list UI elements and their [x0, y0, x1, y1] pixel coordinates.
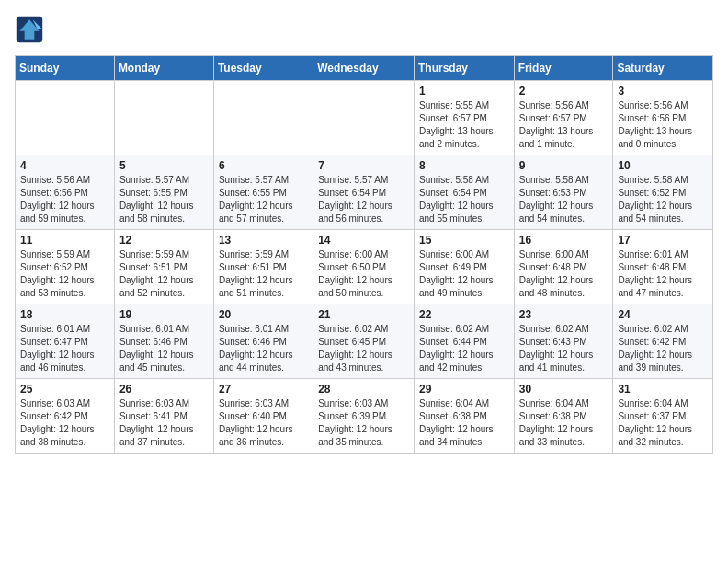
- day-number: 15: [419, 234, 509, 247]
- calendar-cell: 28Sunrise: 6:03 AM Sunset: 6:39 PM Dayli…: [313, 379, 415, 454]
- day-info: Sunrise: 5:56 AM Sunset: 6:56 PM Dayligh…: [618, 99, 708, 151]
- day-info: Sunrise: 6:00 AM Sunset: 6:48 PM Dayligh…: [519, 248, 609, 300]
- day-number: 23: [519, 308, 609, 321]
- weekday-header-sunday: Sunday: [16, 56, 115, 81]
- calendar-cell: 29Sunrise: 6:04 AM Sunset: 6:38 PM Dayli…: [414, 379, 514, 454]
- day-number: 28: [318, 383, 409, 396]
- day-info: Sunrise: 6:00 AM Sunset: 6:50 PM Dayligh…: [318, 248, 409, 300]
- calendar-cell: 19Sunrise: 6:01 AM Sunset: 6:46 PM Dayli…: [114, 304, 213, 379]
- calendar-cell: [313, 81, 415, 155]
- calendar-cell: 21Sunrise: 6:02 AM Sunset: 6:45 PM Dayli…: [313, 304, 415, 379]
- weekday-header-saturday: Saturday: [613, 56, 713, 81]
- day-number: 17: [618, 234, 708, 247]
- day-number: 20: [219, 308, 308, 321]
- calendar-cell: 9Sunrise: 5:58 AM Sunset: 6:53 PM Daylig…: [514, 155, 613, 230]
- day-number: 29: [419, 383, 509, 396]
- day-number: 7: [318, 159, 409, 172]
- calendar-cell: 31Sunrise: 6:04 AM Sunset: 6:37 PM Dayli…: [613, 379, 713, 454]
- day-info: Sunrise: 5:55 AM Sunset: 6:57 PM Dayligh…: [419, 99, 509, 151]
- calendar-cell: 10Sunrise: 5:58 AM Sunset: 6:52 PM Dayli…: [613, 155, 713, 230]
- day-info: Sunrise: 5:56 AM Sunset: 6:57 PM Dayligh…: [519, 99, 609, 151]
- calendar-cell: 27Sunrise: 6:03 AM Sunset: 6:40 PM Dayli…: [213, 379, 313, 454]
- calendar-week-row: 25Sunrise: 6:03 AM Sunset: 6:42 PM Dayli…: [16, 379, 713, 454]
- calendar-cell: [213, 81, 313, 155]
- day-number: 2: [519, 85, 609, 98]
- calendar-cell: 6Sunrise: 5:57 AM Sunset: 6:55 PM Daylig…: [213, 155, 313, 230]
- day-info: Sunrise: 5:57 AM Sunset: 6:55 PM Dayligh…: [219, 174, 308, 225]
- day-info: Sunrise: 6:01 AM Sunset: 6:46 PM Dayligh…: [119, 323, 209, 374]
- day-info: Sunrise: 6:04 AM Sunset: 6:38 PM Dayligh…: [519, 397, 609, 449]
- calendar-cell: 24Sunrise: 6:02 AM Sunset: 6:42 PM Dayli…: [613, 304, 713, 379]
- day-number: 25: [20, 383, 109, 396]
- calendar-cell: 14Sunrise: 6:00 AM Sunset: 6:50 PM Dayli…: [313, 230, 415, 304]
- day-number: 11: [20, 234, 109, 247]
- day-number: 6: [219, 159, 308, 172]
- day-number: 3: [618, 85, 708, 98]
- calendar-week-row: 18Sunrise: 6:01 AM Sunset: 6:47 PM Dayli…: [16, 304, 713, 379]
- day-number: 13: [219, 234, 308, 247]
- calendar-cell: 15Sunrise: 6:00 AM Sunset: 6:49 PM Dayli…: [414, 230, 514, 304]
- calendar-cell: 17Sunrise: 6:01 AM Sunset: 6:48 PM Dayli…: [613, 230, 713, 304]
- day-number: 21: [318, 308, 409, 321]
- day-info: Sunrise: 6:03 AM Sunset: 6:40 PM Dayligh…: [219, 397, 308, 449]
- day-number: 12: [119, 234, 209, 247]
- calendar-cell: 20Sunrise: 6:01 AM Sunset: 6:46 PM Dayli…: [213, 304, 313, 379]
- calendar-cell: 11Sunrise: 5:59 AM Sunset: 6:52 PM Dayli…: [16, 230, 115, 304]
- day-info: Sunrise: 6:00 AM Sunset: 6:49 PM Dayligh…: [419, 248, 509, 300]
- calendar-table: SundayMondayTuesdayWednesdayThursdayFrid…: [15, 55, 713, 454]
- calendar-header-row: SundayMondayTuesdayWednesdayThursdayFrid…: [16, 56, 713, 81]
- day-number: 31: [618, 383, 708, 396]
- day-number: 19: [119, 308, 209, 321]
- calendar-cell: 5Sunrise: 5:57 AM Sunset: 6:55 PM Daylig…: [114, 155, 213, 230]
- day-info: Sunrise: 6:02 AM Sunset: 6:45 PM Dayligh…: [318, 323, 409, 374]
- day-info: Sunrise: 6:02 AM Sunset: 6:44 PM Dayligh…: [419, 323, 509, 374]
- day-number: 27: [219, 383, 308, 396]
- day-info: Sunrise: 6:01 AM Sunset: 6:48 PM Dayligh…: [618, 248, 708, 300]
- calendar-cell: 12Sunrise: 5:59 AM Sunset: 6:51 PM Dayli…: [114, 230, 213, 304]
- day-info: Sunrise: 5:58 AM Sunset: 6:53 PM Dayligh…: [519, 174, 609, 225]
- calendar-week-row: 4Sunrise: 5:56 AM Sunset: 6:56 PM Daylig…: [16, 155, 713, 230]
- calendar-cell: 13Sunrise: 5:59 AM Sunset: 6:51 PM Dayli…: [213, 230, 313, 304]
- day-number: 9: [519, 159, 609, 172]
- day-info: Sunrise: 6:02 AM Sunset: 6:43 PM Dayligh…: [519, 323, 609, 374]
- day-info: Sunrise: 5:59 AM Sunset: 6:51 PM Dayligh…: [119, 248, 209, 300]
- day-info: Sunrise: 6:03 AM Sunset: 6:41 PM Dayligh…: [119, 397, 209, 449]
- day-info: Sunrise: 5:59 AM Sunset: 6:51 PM Dayligh…: [219, 248, 308, 300]
- calendar-cell: [16, 81, 115, 155]
- logo-icon: [15, 15, 44, 44]
- day-info: Sunrise: 6:01 AM Sunset: 6:47 PM Dayligh…: [20, 323, 109, 374]
- weekday-header-monday: Monday: [114, 56, 213, 81]
- day-info: Sunrise: 5:58 AM Sunset: 6:52 PM Dayligh…: [618, 174, 708, 225]
- day-number: 10: [618, 159, 708, 172]
- day-number: 18: [20, 308, 109, 321]
- day-info: Sunrise: 5:57 AM Sunset: 6:54 PM Dayligh…: [318, 174, 409, 225]
- day-info: Sunrise: 5:56 AM Sunset: 6:56 PM Dayligh…: [20, 174, 109, 225]
- calendar-cell: 26Sunrise: 6:03 AM Sunset: 6:41 PM Dayli…: [114, 379, 213, 454]
- day-info: Sunrise: 5:57 AM Sunset: 6:55 PM Dayligh…: [119, 174, 209, 225]
- day-info: Sunrise: 6:01 AM Sunset: 6:46 PM Dayligh…: [219, 323, 308, 374]
- calendar-cell: 3Sunrise: 5:56 AM Sunset: 6:56 PM Daylig…: [613, 81, 713, 155]
- calendar-week-row: 1Sunrise: 5:55 AM Sunset: 6:57 PM Daylig…: [16, 81, 713, 155]
- calendar-cell: 30Sunrise: 6:04 AM Sunset: 6:38 PM Dayli…: [514, 379, 613, 454]
- day-number: 16: [519, 234, 609, 247]
- calendar-cell: 7Sunrise: 5:57 AM Sunset: 6:54 PM Daylig…: [313, 155, 415, 230]
- day-number: 22: [419, 308, 509, 321]
- calendar-cell: 1Sunrise: 5:55 AM Sunset: 6:57 PM Daylig…: [414, 81, 514, 155]
- calendar-cell: 23Sunrise: 6:02 AM Sunset: 6:43 PM Dayli…: [514, 304, 613, 379]
- day-info: Sunrise: 5:59 AM Sunset: 6:52 PM Dayligh…: [20, 248, 109, 300]
- weekday-header-friday: Friday: [514, 56, 613, 81]
- day-info: Sunrise: 6:02 AM Sunset: 6:42 PM Dayligh…: [618, 323, 708, 374]
- day-info: Sunrise: 6:04 AM Sunset: 6:38 PM Dayligh…: [419, 397, 509, 449]
- calendar-cell: 16Sunrise: 6:00 AM Sunset: 6:48 PM Dayli…: [514, 230, 613, 304]
- calendar-cell: 2Sunrise: 5:56 AM Sunset: 6:57 PM Daylig…: [514, 81, 613, 155]
- weekday-header-thursday: Thursday: [414, 56, 514, 81]
- day-info: Sunrise: 6:03 AM Sunset: 6:42 PM Dayligh…: [20, 397, 109, 449]
- day-info: Sunrise: 6:03 AM Sunset: 6:39 PM Dayligh…: [318, 397, 409, 449]
- calendar-cell: 4Sunrise: 5:56 AM Sunset: 6:56 PM Daylig…: [16, 155, 115, 230]
- day-info: Sunrise: 6:04 AM Sunset: 6:37 PM Dayligh…: [618, 397, 708, 449]
- day-info: Sunrise: 5:58 AM Sunset: 6:54 PM Dayligh…: [419, 174, 509, 225]
- calendar-cell: 25Sunrise: 6:03 AM Sunset: 6:42 PM Dayli…: [16, 379, 115, 454]
- day-number: 8: [419, 159, 509, 172]
- calendar-cell: 8Sunrise: 5:58 AM Sunset: 6:54 PM Daylig…: [414, 155, 514, 230]
- day-number: 14: [318, 234, 409, 247]
